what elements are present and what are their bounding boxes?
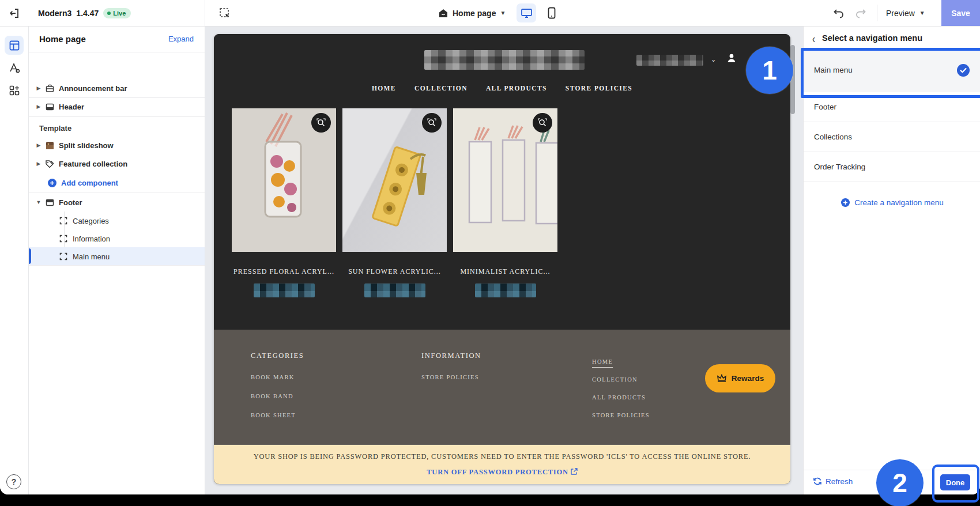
- nav-link-home[interactable]: HOME: [372, 85, 396, 92]
- annotation-step-2: 2: [876, 459, 924, 506]
- save-button[interactable]: Save: [941, 0, 980, 26]
- theme-styles-icon[interactable]: [5, 58, 24, 77]
- tree-item-featured-collection[interactable]: ▶ Featured collection: [28, 154, 205, 173]
- product-price-blurred: [475, 284, 536, 297]
- theme-version: 1.4.47: [76, 9, 99, 18]
- turn-off-password-link[interactable]: TURN OFF PASSWORD PROTECTION: [214, 468, 790, 477]
- tree-item-footer[interactable]: ▼ Footer: [28, 193, 205, 212]
- chevron-down-icon: ⌄: [711, 56, 716, 63]
- theme-name: Modern3: [38, 9, 71, 18]
- account-icon[interactable]: [726, 52, 737, 64]
- add-component-button[interactable]: Add component: [28, 173, 205, 192]
- refresh-icon: [813, 477, 822, 486]
- tree-item-announcement-bar[interactable]: ▶ Announcement bar: [28, 79, 205, 97]
- chevron-right-icon[interactable]: ▶: [35, 161, 42, 167]
- preview-canvas: ⌄ HOME COLLECTION ALL PRODUCTS STORE POL…: [205, 26, 803, 494]
- panel-title: Select a navigation menu: [822, 33, 922, 43]
- footer-section-icon: [44, 198, 55, 207]
- done-button[interactable]: Done: [940, 474, 970, 490]
- menu-option-footer[interactable]: Footer: [804, 92, 980, 122]
- product-card[interactable]: MINIMALIST ACRYLIC...: [453, 108, 557, 297]
- product-card[interactable]: PRESSED FLORAL ACRYL...: [232, 108, 336, 297]
- store-name-blurred: [424, 50, 585, 70]
- block-brackets-icon: [58, 235, 69, 243]
- nav-link-all-products[interactable]: ALL PRODUCTS: [486, 85, 547, 92]
- refresh-button[interactable]: Refresh: [813, 477, 853, 486]
- exit-editor-icon[interactable]: [6, 5, 22, 21]
- editor-window: Modern3 1.4.47 Live Home page ▼ Preview …: [0, 0, 980, 494]
- layers-panel: Home page Expand ▶ Announcement bar ▶ He…: [28, 26, 205, 494]
- footer-link[interactable]: STORE POLICIES: [421, 374, 481, 380]
- divider: [28, 116, 205, 117]
- footer-menu-link[interactable]: HOME: [592, 358, 650, 365]
- tree-item-information[interactable]: Information: [28, 229, 205, 248]
- menu-option-collections[interactable]: Collections: [804, 122, 980, 152]
- marquee-select-icon[interactable]: [217, 5, 232, 21]
- menu-option-order-tracking[interactable]: Order Tracking: [804, 152, 980, 182]
- page-title: Home page: [39, 34, 86, 44]
- product-title[interactable]: MINIMALIST ACRYLIC...: [453, 267, 557, 276]
- undo-icon[interactable]: [832, 6, 846, 20]
- sections-tab-icon[interactable]: [5, 36, 24, 55]
- mobile-view-button[interactable]: [542, 3, 561, 22]
- layers-panel-header: Home page Expand: [28, 26, 205, 52]
- help-icon[interactable]: ?: [6, 474, 21, 489]
- block-brackets-icon: [58, 252, 69, 260]
- product-price-blurred: [254, 284, 315, 297]
- preview-button[interactable]: Preview ▼: [886, 0, 925, 26]
- topbar-divider: [205, 0, 205, 26]
- rewards-button[interactable]: Rewards: [705, 364, 775, 392]
- page-selector[interactable]: Home page ▼: [438, 0, 506, 26]
- nav-link-collection[interactable]: COLLECTION: [414, 85, 468, 92]
- live-dot-icon: [107, 12, 111, 15]
- storefront-footer: CATEGORIES BOOK MARK BOOK BAND BOOK SHEE…: [214, 330, 790, 444]
- redo-icon[interactable]: [854, 6, 868, 20]
- footer-column-title: INFORMATION: [421, 352, 481, 360]
- footer-information-column: INFORMATION STORE POLICIES: [421, 352, 481, 380]
- storefront-preview: ⌄ HOME COLLECTION ALL PRODUCTS STORE POL…: [214, 34, 790, 484]
- product-title[interactable]: SUN FLOWER ACRYLIC...: [342, 267, 447, 276]
- chevron-down-icon: ▼: [919, 10, 925, 16]
- tree-item-split-slideshow[interactable]: ▶ Split slideshow: [28, 136, 205, 154]
- plus-circle-icon: [47, 178, 57, 188]
- tree-item-categories[interactable]: Categories: [28, 212, 205, 230]
- currency-selector-blurred[interactable]: [636, 55, 703, 66]
- product-zoom-icon[interactable]: [533, 113, 552, 133]
- live-badge: Live: [103, 8, 131, 18]
- tree-item-main-menu[interactable]: Main menu: [28, 247, 205, 266]
- chevron-right-icon[interactable]: ▶: [35, 104, 42, 109]
- product-card[interactable]: SUN FLOWER ACRYLIC...: [342, 108, 447, 297]
- footer-menu-link[interactable]: ALL PRODUCTS: [592, 394, 650, 401]
- footer-link[interactable]: BOOK SHEET: [251, 412, 304, 418]
- page-selector-label: Home page: [453, 9, 496, 18]
- chevron-down-icon[interactable]: ▼: [35, 199, 42, 205]
- announcement-bar-icon: [44, 84, 55, 93]
- check-circle-icon: [957, 64, 970, 77]
- chevron-right-icon[interactable]: ▶: [35, 85, 42, 91]
- product-zoom-icon[interactable]: [311, 113, 331, 133]
- crown-icon: [717, 374, 727, 383]
- back-chevron-icon[interactable]: ‹: [812, 31, 815, 45]
- nav-link-store-policies[interactable]: STORE POLICIES: [566, 85, 632, 92]
- product-title[interactable]: PRESSED FLORAL ACRYL...: [232, 267, 336, 276]
- footer-link[interactable]: BOOK MARK: [251, 374, 304, 380]
- apps-blocks-icon[interactable]: [5, 81, 24, 100]
- footer-menu-link[interactable]: COLLECTION: [592, 376, 650, 383]
- expand-link[interactable]: Expand: [168, 35, 194, 43]
- create-navigation-menu-button[interactable]: Create a navigation menu: [804, 198, 980, 207]
- external-link-icon: [571, 468, 578, 475]
- menu-option-main-menu[interactable]: Main menu: [804, 48, 980, 92]
- collection-tag-icon: [44, 160, 55, 168]
- tree-item-header[interactable]: ▶ Header: [28, 97, 205, 116]
- footer-link[interactable]: BOOK BAND: [251, 393, 304, 399]
- desktop-view-button[interactable]: [517, 3, 536, 22]
- footer-column-title: CATEGORIES: [251, 352, 304, 360]
- chevron-right-icon[interactable]: ▶: [35, 142, 42, 148]
- product-price-blurred: [364, 284, 425, 297]
- footer-menu-link[interactable]: STORE POLICIES: [592, 412, 650, 418]
- product-zoom-icon[interactable]: [422, 113, 442, 133]
- home-icon: [438, 8, 448, 18]
- divider: [28, 192, 205, 192]
- annotation-step-1: 1: [746, 47, 793, 94]
- chevron-down-icon: ▼: [500, 10, 506, 16]
